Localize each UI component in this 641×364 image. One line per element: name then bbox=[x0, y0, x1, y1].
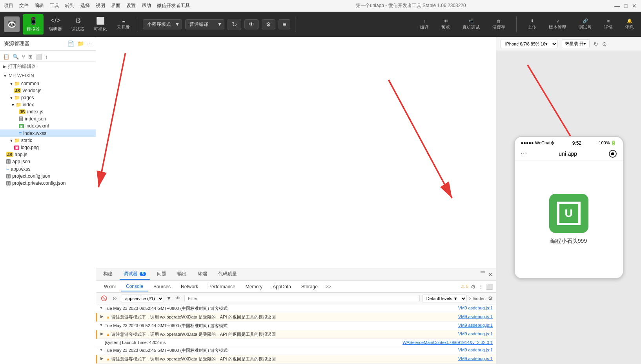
log-toggle-0[interactable]: ▼ bbox=[99, 306, 103, 310]
notification-button[interactable]: 🔔 消息 bbox=[622, 17, 637, 32]
compile-select[interactable]: 普通编译 自定义编译 bbox=[185, 19, 224, 29]
tab-code-quality[interactable]: 代码质量 bbox=[214, 269, 241, 280]
tree-tool-arrow[interactable]: ↕ bbox=[45, 54, 48, 60]
tab-debugger[interactable]: 调试器 5 bbox=[120, 269, 150, 280]
mode-select[interactable]: 小程序模式 插件模式 bbox=[143, 19, 182, 29]
log-source-2[interactable]: VM9 asdebug.js:1 bbox=[458, 323, 493, 328]
tree-tool-box[interactable]: ⬜ bbox=[36, 54, 42, 60]
log-toggle-1[interactable]: ▶ bbox=[100, 314, 104, 318]
tree-item-logo-png[interactable]: ▣ logo.png bbox=[0, 144, 96, 151]
menu-help[interactable]: 帮助 bbox=[142, 2, 151, 9]
visualize-button[interactable]: ⬜ 可视化 bbox=[90, 14, 111, 35]
tree-item-index-wxml[interactable]: ▣ index.wxml bbox=[0, 122, 96, 129]
menu-edit[interactable]: 编辑 bbox=[35, 2, 44, 9]
editor-button[interactable]: </> 编辑器 bbox=[45, 14, 66, 35]
real-device-button[interactable]: 📲 真机调试 bbox=[459, 17, 483, 32]
preview-button[interactable]: 👁 预览 bbox=[438, 17, 453, 32]
more-tabs-button[interactable]: >> bbox=[323, 282, 333, 291]
details-button[interactable]: ≡ 详情 bbox=[601, 17, 616, 32]
log-toggle-5[interactable]: ▼ bbox=[99, 348, 103, 352]
tree-item-vendor-js[interactable]: JS vendor.js bbox=[0, 87, 96, 94]
console-filter-button[interactable]: ⊘ bbox=[111, 295, 118, 302]
tree-tool-copy[interactable]: 📋 bbox=[3, 54, 9, 60]
preview-stop-icon[interactable]: ⊙ bbox=[602, 41, 607, 47]
debug-settings-button[interactable]: ⚙ bbox=[262, 19, 275, 29]
new-folder-icon[interactable]: 📁 bbox=[77, 40, 84, 47]
log-source-1[interactable]: VM9 asdebug.js:1 bbox=[458, 314, 493, 319]
mode-select-wrapper[interactable]: 小程序模式 插件模式 ▼ bbox=[143, 19, 182, 29]
log-source-4[interactable]: WAServiceMainContext..06691914&v=2.32.0:… bbox=[402, 340, 493, 345]
sub-tab-storage[interactable]: Storage bbox=[297, 282, 322, 291]
menu-view[interactable]: 视图 bbox=[96, 2, 105, 9]
console-dock-icon[interactable]: ⬜ bbox=[486, 284, 493, 290]
mp-weixin-header[interactable]: ▼ MP-WEIXIN bbox=[0, 71, 96, 80]
devtools-close-icon[interactable]: ✕ bbox=[488, 271, 493, 278]
menu-interface[interactable]: 界面 bbox=[111, 2, 120, 9]
devtools-minimize-icon[interactable]: ▔ bbox=[481, 271, 485, 278]
eye-button[interactable]: 👁 bbox=[244, 19, 259, 29]
sub-tab-appdata[interactable]: AppData bbox=[268, 282, 296, 291]
tree-tool-search[interactable]: 🔍 bbox=[13, 54, 19, 60]
sub-tab-console[interactable]: Console bbox=[121, 282, 148, 291]
debugger-button[interactable]: ⚙ 调试器 bbox=[67, 14, 88, 35]
tree-item-index-js[interactable]: JS index.js bbox=[0, 108, 96, 115]
menu-project[interactable]: 项目 bbox=[4, 2, 13, 9]
log-source-5[interactable]: VM9 asdebug.js:1 bbox=[458, 348, 493, 352]
menu-tools[interactable]: 工具 bbox=[50, 2, 59, 9]
menu-bar[interactable]: 项目 文件 编辑 工具 转到 选择 视图 界面 设置 帮助 微信开发者工具 bbox=[4, 2, 208, 9]
more-options-icon[interactable]: ··· bbox=[87, 40, 92, 47]
refresh-button[interactable]: ↻ bbox=[228, 19, 241, 30]
tree-tool-grid[interactable]: ⊞ bbox=[28, 54, 33, 60]
tab-issues[interactable]: 问题 bbox=[153, 269, 170, 280]
log-toggle-6[interactable]: ▶ bbox=[100, 356, 104, 360]
tab-build[interactable]: 构建 bbox=[99, 269, 117, 280]
tree-item-project-private[interactable]: {} project.private.config.json bbox=[0, 180, 96, 187]
menu-goto[interactable]: 转到 bbox=[65, 2, 75, 9]
layer-button[interactable]: ≡ bbox=[279, 19, 290, 29]
menu-file[interactable]: 文件 bbox=[19, 2, 29, 9]
tree-item-app-wxss[interactable]: ≡ app.wxss bbox=[0, 165, 96, 173]
log-toggle-3[interactable]: ▶ bbox=[100, 331, 104, 336]
menu-settings[interactable]: 设置 bbox=[126, 2, 136, 9]
tree-item-index-wxss[interactable]: ≡ index.wxss bbox=[0, 129, 96, 137]
appservice-select[interactable]: appservice (#1) bbox=[121, 295, 164, 302]
tree-item-pages[interactable]: ▼ 📁 pages bbox=[0, 94, 96, 101]
log-toggle-2[interactable]: ▼ bbox=[99, 323, 103, 327]
tree-item-common[interactable]: ▼ 📁 common bbox=[0, 80, 96, 87]
clear-cache-button[interactable]: 🗑 清缓存 bbox=[489, 17, 508, 32]
test-button[interactable]: 🔗 测试号 bbox=[575, 17, 595, 32]
window-controls[interactable]: — □ ✕ bbox=[614, 3, 637, 9]
log-source-3[interactable]: VM9 asdebug.js:1 bbox=[458, 331, 493, 336]
maximize-button[interactable]: □ bbox=[623, 3, 628, 9]
tree-item-project-config[interactable]: {} project.config.json bbox=[0, 173, 96, 180]
tree-item-index-json[interactable]: {} index.json bbox=[0, 115, 96, 122]
tree-tool-branch[interactable]: ⑂ bbox=[22, 54, 25, 60]
simulator-button[interactable]: 📱 模拟器 bbox=[23, 14, 44, 35]
tree-item-app-js[interactable]: JS app.js bbox=[0, 151, 96, 158]
console-filter-input[interactable] bbox=[184, 295, 420, 302]
new-file-icon[interactable]: 📄 bbox=[67, 40, 74, 47]
console-settings-gear[interactable]: ⚙ bbox=[471, 284, 476, 290]
menu-wechat-dev[interactable]: 微信开发者工具 bbox=[157, 2, 190, 9]
tree-item-app-json[interactable]: {} app.json bbox=[0, 158, 96, 165]
minimize-button[interactable]: — bbox=[614, 3, 620, 9]
tree-item-index-folder[interactable]: ▼ 📁 index bbox=[0, 101, 96, 108]
sub-tab-performance[interactable]: Performance bbox=[204, 282, 240, 291]
device-select[interactable]: iPhone 6/7/8 85% 16▾ bbox=[500, 40, 558, 48]
console-more-options[interactable]: ⋮ bbox=[478, 284, 484, 290]
sub-tab-wxml[interactable]: Wxml bbox=[99, 282, 120, 291]
log-source-6[interactable]: VM9 asdebug.js:1 bbox=[458, 356, 493, 361]
open-editors-header[interactable]: ▶ 打开的编辑器 bbox=[0, 62, 96, 71]
tree-item-static[interactable]: ▼ 📁 static bbox=[0, 137, 96, 144]
sub-tab-network[interactable]: Network bbox=[176, 282, 203, 291]
menu-select[interactable]: 选择 bbox=[80, 2, 90, 9]
version-button[interactable]: ⑂ 版本管理 bbox=[546, 17, 569, 32]
cloud-dev-button[interactable]: ☁ 云开发 bbox=[114, 17, 133, 32]
log-source-0[interactable]: VM9 asdebug.js:1 bbox=[458, 306, 493, 310]
console-clear-button[interactable]: 🚫 bbox=[99, 295, 109, 302]
hotreload-select[interactable]: 热量载 开▾ bbox=[562, 39, 590, 48]
eye-toggle[interactable]: 👁 bbox=[174, 295, 182, 302]
sub-tab-sources[interactable]: Sources bbox=[149, 282, 175, 291]
compile-select-wrapper[interactable]: 普通编译 自定义编译 ▼ bbox=[185, 19, 224, 29]
compile-button[interactable]: ↑ 编译 bbox=[417, 17, 432, 32]
